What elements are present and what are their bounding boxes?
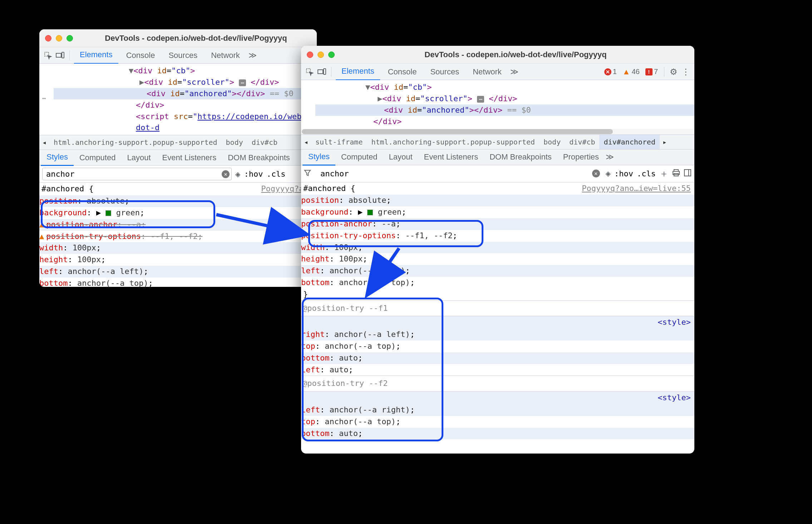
tab-sources[interactable]: Sources xyxy=(163,47,203,64)
stab-styles[interactable]: Styles xyxy=(41,149,74,166)
at-position-try-f1: @position-try --f1 xyxy=(301,300,694,317)
crumb-divcb[interactable]: div#cb xyxy=(565,138,599,146)
device-icon[interactable] xyxy=(317,67,327,77)
window-title: DevTools - codepen.io/web-dot-dev/live/P… xyxy=(81,34,311,43)
tab-sources[interactable]: Sources xyxy=(424,64,465,80)
styles-pane[interactable]: #anchored { Pogyyyq?ano…iew=live:55 posi… xyxy=(301,182,694,454)
dom-scrollbar[interactable] xyxy=(301,129,694,134)
warnings-count[interactable]: ▲46 xyxy=(621,67,641,77)
crumb-divanchored[interactable]: div#anchored xyxy=(599,135,660,149)
new-style-icon[interactable]: ＋ xyxy=(659,167,669,180)
traffic-lights xyxy=(307,52,335,58)
styles-pane[interactable]: #anchored { Pogyyyq?an… position: absolu… xyxy=(39,183,317,287)
funnel-icon xyxy=(304,169,313,178)
hov-toggle[interactable]: :hov xyxy=(244,170,263,178)
filter-input[interactable] xyxy=(317,168,602,180)
warning-icon: ▲ xyxy=(39,232,44,241)
crumb-divcb[interactable]: div#cb xyxy=(247,138,282,147)
tab-elements[interactable]: Elements xyxy=(336,63,380,80)
close-icon[interactable] xyxy=(307,52,313,58)
chevron-right-icon[interactable]: ▸ xyxy=(660,138,670,146)
style-source-link[interactable]: <style> xyxy=(301,392,694,404)
titlebar: DevTools - codepen.io/web-dot-dev/live/P… xyxy=(301,46,694,64)
toggle-pane-icon[interactable] xyxy=(684,169,692,178)
layers-icon[interactable]: ◈ xyxy=(235,169,240,179)
tab-console[interactable]: Console xyxy=(120,47,161,64)
stab-dombp[interactable]: DOM Breakpoints xyxy=(222,150,296,166)
crumb-iframe[interactable]: sult-iframe xyxy=(311,138,367,146)
chevron-left-icon[interactable]: ◂ xyxy=(301,138,311,146)
titlebar: DevTools - codepen.io/web-dot-dev/live/P… xyxy=(39,29,317,47)
svg-rect-2 xyxy=(62,52,64,58)
clear-filter-icon[interactable]: ✕ xyxy=(222,170,230,178)
more-tabs-icon[interactable]: ≫ xyxy=(605,152,615,162)
styles-filter-bar: ✕ ◈ :hov .cls ＋ xyxy=(301,165,694,182)
hov-toggle[interactable]: :hov xyxy=(614,169,633,178)
stab-dombp[interactable]: DOM Breakpoints xyxy=(484,149,557,165)
cls-toggle[interactable]: .cls xyxy=(266,170,285,178)
stab-styles[interactable]: Styles xyxy=(302,149,335,166)
maximize-icon[interactable] xyxy=(67,35,73,41)
breadcrumb[interactable]: ◂ sult-iframe html.anchoring-support.pop… xyxy=(301,134,694,150)
crumb-body[interactable]: body xyxy=(539,138,565,146)
tab-network[interactable]: Network xyxy=(205,47,246,64)
selector: #anchored { xyxy=(303,183,355,194)
stab-layout[interactable]: Layout xyxy=(383,149,418,165)
minimize-icon[interactable] xyxy=(56,35,62,41)
devtools-toolbar: Elements Console Sources Network ≫ ✕1 ▲4… xyxy=(301,64,694,80)
stab-properties[interactable]: Properties xyxy=(557,149,605,165)
svg-rect-1 xyxy=(56,53,61,57)
stab-layout[interactable]: Layout xyxy=(121,150,156,166)
warning-icon: ▲ xyxy=(39,220,44,229)
gear-icon[interactable]: ⚙ xyxy=(669,67,679,77)
styles-filter-bar: ✕ ◈ :hov .cls xyxy=(39,166,317,183)
stab-computed[interactable]: Computed xyxy=(335,149,383,165)
inspect-icon[interactable] xyxy=(43,50,53,60)
styles-pane-tabs: Styles Computed Layout Event Listeners D… xyxy=(39,150,317,166)
device-icon[interactable] xyxy=(55,50,65,60)
svg-rect-9 xyxy=(684,170,691,176)
svg-rect-5 xyxy=(324,69,326,74)
style-source-link[interactable]: <style> xyxy=(301,316,694,329)
tab-network[interactable]: Network xyxy=(467,64,507,80)
dom-tree[interactable]: ⋯ ▼<div id="cb"> ▶<div id="scroller"> ⋯ … xyxy=(39,64,317,135)
errors-count[interactable]: ✕1 xyxy=(602,68,619,76)
chevron-left-icon[interactable]: ◂ xyxy=(39,138,49,147)
kebab-icon[interactable]: ⋮ xyxy=(681,67,691,77)
cls-toggle[interactable]: .cls xyxy=(637,169,656,178)
devtools-window-before: DevTools - codepen.io/web-dot-dev/live/P… xyxy=(39,29,317,287)
layers-icon[interactable]: ◈ xyxy=(606,168,611,178)
print-icon[interactable] xyxy=(672,169,680,178)
at-position-try-f2: @position-try --f2 xyxy=(301,376,694,392)
crumb-body[interactable]: body xyxy=(222,138,247,147)
window-title: DevTools - codepen.io/web-dot-dev/live/P… xyxy=(343,50,689,59)
more-tabs-icon[interactable]: ≫ xyxy=(510,67,520,77)
svg-rect-4 xyxy=(318,70,323,74)
inspect-icon[interactable] xyxy=(305,67,315,77)
breadcrumb[interactable]: ◂ html.anchoring-support.popup-supported… xyxy=(39,135,317,150)
styles-pane-tabs: Styles Computed Layout Event Listeners D… xyxy=(301,150,694,165)
tab-elements[interactable]: Elements xyxy=(74,46,118,64)
minimize-icon[interactable] xyxy=(318,52,324,58)
stab-computed[interactable]: Computed xyxy=(74,150,122,166)
source-link[interactable]: Pogyyyq?ano…iew=live:55 xyxy=(582,183,691,194)
clear-filter-icon[interactable]: ✕ xyxy=(592,170,600,177)
stab-eventlisteners[interactable]: Event Listeners xyxy=(157,150,222,166)
traffic-lights xyxy=(45,35,73,41)
devtools-toolbar: Elements Console Sources Network ≫ xyxy=(39,47,317,64)
close-icon[interactable] xyxy=(45,35,51,41)
filter-input[interactable] xyxy=(42,168,232,180)
maximize-icon[interactable] xyxy=(328,52,335,58)
dom-tree[interactable]: ▼<div id="cb"> ▶<div id="scroller"> ⋯ </… xyxy=(301,80,694,129)
more-tabs-icon[interactable]: ≫ xyxy=(248,50,258,60)
stab-eventlisteners[interactable]: Event Listeners xyxy=(418,149,484,165)
crumb-html[interactable]: html.anchoring-support.popup-supported xyxy=(367,138,539,146)
tab-console[interactable]: Console xyxy=(382,64,423,80)
issues-count[interactable]: !7 xyxy=(644,68,660,76)
selector: #anchored { xyxy=(41,183,94,195)
devtools-window-after: DevTools - codepen.io/web-dot-dev/live/P… xyxy=(301,46,694,454)
crumb-html[interactable]: html.anchoring-support.popup-supported xyxy=(49,138,222,147)
